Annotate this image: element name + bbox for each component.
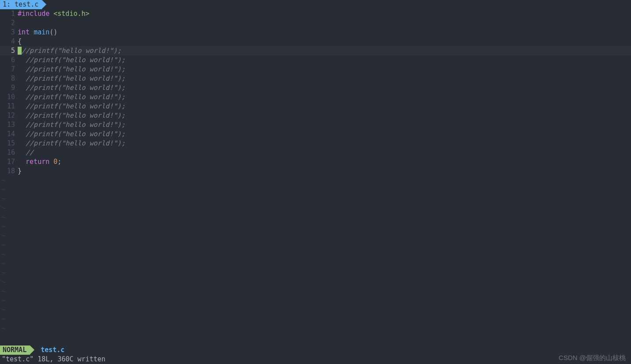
- line-number: 8: [0, 74, 18, 83]
- code-content: //printf("hello world!");: [18, 111, 631, 120]
- code-line[interactable]: 10 //printf("hello world!");: [0, 93, 631, 102]
- line-number: 7: [0, 65, 18, 74]
- command-message: "test.c" 18L, 360C written: [2, 355, 105, 364]
- line-number: 12: [0, 111, 18, 120]
- line-number: 3: [0, 28, 18, 37]
- code-line[interactable]: 12 //printf("hello world!");: [0, 111, 631, 120]
- tilde-icon: ~: [0, 241, 6, 250]
- code-content: //: [18, 148, 631, 157]
- line-number: 17: [0, 157, 18, 167]
- tilde-icon: ~: [0, 185, 6, 194]
- empty-line: ~: [0, 222, 631, 231]
- code-line[interactable]: 15 //printf("hello world!");: [0, 139, 631, 148]
- code-content: //printf("hello world!");: [18, 120, 631, 130]
- code-line[interactable]: 16 //: [0, 148, 631, 157]
- status-filename: test.c: [30, 345, 64, 355]
- line-number: 5: [0, 46, 18, 56]
- tilde-icon: ~: [0, 287, 6, 296]
- tilde-icon: ~: [0, 176, 6, 185]
- code-line[interactable]: 6 //printf("hello world!");: [0, 56, 631, 65]
- code-content: //printf("hello world!");: [18, 130, 631, 139]
- empty-line: ~: [0, 305, 631, 315]
- code-content: //printf("hello world!");: [18, 83, 631, 93]
- empty-line: ~: [0, 324, 631, 333]
- line-number: 13: [0, 120, 18, 130]
- code-content: }: [18, 167, 631, 176]
- tilde-icon: ~: [0, 213, 6, 222]
- code-content: #include <stdio.h>: [18, 9, 631, 19]
- code-line[interactable]: 14 //printf("hello world!");: [0, 130, 631, 139]
- code-content: [18, 19, 631, 28]
- code-line[interactable]: 17 return 0;: [0, 157, 631, 167]
- tilde-icon: ~: [0, 315, 6, 324]
- line-number: 11: [0, 102, 18, 111]
- empty-line: ~: [0, 231, 631, 241]
- line-number: 2: [0, 19, 18, 28]
- code-content: //printf("hello world!");: [18, 74, 631, 83]
- line-number: 16: [0, 148, 18, 157]
- line-number: 9: [0, 83, 18, 93]
- empty-line: ~: [0, 241, 631, 250]
- code-line[interactable]: 9 //printf("hello world!");: [0, 83, 631, 93]
- tilde-icon: ~: [0, 259, 6, 268]
- tilde-icon: ~: [0, 296, 6, 305]
- empty-line: ~: [0, 204, 631, 213]
- line-number: 6: [0, 56, 18, 65]
- empty-line: ~: [0, 185, 631, 194]
- empty-line: ~: [0, 250, 631, 259]
- tilde-icon: ~: [0, 204, 6, 213]
- code-line[interactable]: 13 //printf("hello world!");: [0, 120, 631, 130]
- tab-bar: 1: test.c: [0, 0, 631, 9]
- line-number: 14: [0, 130, 18, 139]
- line-number: 1: [0, 9, 18, 19]
- mode-indicator: NORMAL: [0, 345, 30, 355]
- code-line[interactable]: 1#include <stdio.h>: [0, 9, 631, 19]
- code-content: int main(): [18, 28, 631, 37]
- tilde-icon: ~: [0, 194, 6, 204]
- tilde-icon: ~: [0, 268, 6, 278]
- line-number: 18: [0, 167, 18, 176]
- code-content: //printf("hello world!");: [18, 46, 631, 56]
- code-line[interactable]: 11 //printf("hello world!");: [0, 102, 631, 111]
- empty-line: ~: [0, 194, 631, 204]
- line-number: 10: [0, 93, 18, 102]
- tilde-icon: ~: [0, 250, 6, 259]
- code-line[interactable]: 3int main(): [0, 28, 631, 37]
- buffer-tab[interactable]: 1: test.c: [0, 0, 42, 9]
- empty-line: ~: [0, 278, 631, 287]
- tilde-icon: ~: [0, 305, 6, 315]
- tab-index: 1: [3, 0, 7, 9]
- empty-line: ~: [0, 287, 631, 296]
- code-content: //printf("hello world!");: [18, 56, 631, 65]
- code-content: //printf("hello world!");: [18, 102, 631, 111]
- tilde-icon: ~: [0, 278, 6, 287]
- editor-area[interactable]: 1#include <stdio.h>23int main()4{5//prin…: [0, 9, 631, 345]
- mode-text: NORMAL: [3, 345, 26, 355]
- code-content: //printf("hello world!");: [18, 139, 631, 148]
- empty-line: ~: [0, 259, 631, 268]
- code-content: //printf("hello world!");: [18, 93, 631, 102]
- line-number: 4: [0, 37, 18, 46]
- code-line[interactable]: 8 //printf("hello world!");: [0, 74, 631, 83]
- code-content: //printf("hello world!");: [18, 65, 631, 74]
- tilde-icon: ~: [0, 222, 6, 231]
- tab-filename: test.c: [15, 0, 38, 9]
- empty-line: ~: [0, 176, 631, 185]
- empty-line: ~: [0, 296, 631, 305]
- tilde-icon: ~: [0, 324, 6, 333]
- code-content: return 0;: [18, 157, 631, 167]
- code-line[interactable]: 7 //printf("hello world!");: [0, 65, 631, 74]
- status-bar: NORMAL test.c: [0, 345, 631, 355]
- command-line[interactable]: "test.c" 18L, 360C written: [0, 355, 631, 364]
- tilde-icon: ~: [0, 231, 6, 241]
- code-line[interactable]: 2: [0, 19, 631, 28]
- code-content: {: [18, 37, 631, 46]
- code-line[interactable]: 5//printf("hello world!");: [0, 46, 631, 56]
- empty-line: ~: [0, 213, 631, 222]
- code-line[interactable]: 4{: [0, 37, 631, 46]
- empty-line: ~: [0, 315, 631, 324]
- line-number: 15: [0, 139, 18, 148]
- empty-line: ~: [0, 268, 631, 278]
- code-line[interactable]: 18}: [0, 167, 631, 176]
- cursor: [18, 47, 22, 55]
